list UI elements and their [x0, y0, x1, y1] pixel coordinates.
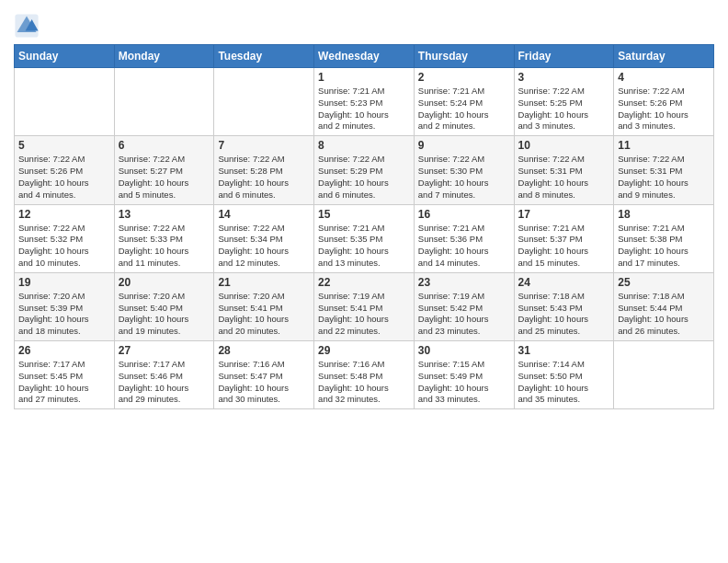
day-cell-11: 11Sunrise: 7:22 AMSunset: 5:31 PMDayligh… [614, 136, 714, 204]
week-row-1: 1Sunrise: 7:21 AMSunset: 5:23 PMDaylight… [15, 68, 714, 136]
logo [14, 13, 42, 39]
day-info: Sunrise: 7:18 AMSunset: 5:43 PMDaylight:… [518, 291, 610, 338]
day-number: 21 [218, 276, 310, 289]
day-cell-3: 3Sunrise: 7:22 AMSunset: 5:25 PMDaylight… [514, 68, 614, 136]
day-number: 11 [618, 139, 710, 152]
day-info: Sunrise: 7:22 AMSunset: 5:27 PMDaylight:… [119, 154, 210, 201]
weekday-header-sunday: Sunday [15, 45, 115, 68]
day-number: 7 [218, 139, 310, 152]
day-info: Sunrise: 7:21 AMSunset: 5:37 PMDaylight:… [518, 223, 610, 270]
day-cell-14: 14Sunrise: 7:22 AMSunset: 5:34 PMDayligh… [214, 204, 314, 272]
day-number: 10 [518, 139, 610, 152]
day-info: Sunrise: 7:17 AMSunset: 5:45 PMDaylight:… [18, 359, 110, 406]
empty-cell [614, 341, 714, 409]
day-info: Sunrise: 7:18 AMSunset: 5:44 PMDaylight:… [618, 291, 710, 338]
day-number: 2 [418, 71, 510, 84]
day-number: 18 [618, 208, 710, 221]
day-cell-7: 7Sunrise: 7:22 AMSunset: 5:28 PMDaylight… [214, 136, 314, 204]
day-number: 15 [318, 208, 410, 221]
day-number: 5 [18, 139, 110, 152]
day-number: 9 [418, 139, 510, 152]
day-number: 6 [119, 139, 210, 152]
day-number: 16 [418, 208, 510, 221]
day-cell-1: 1Sunrise: 7:21 AMSunset: 5:23 PMDaylight… [314, 68, 415, 136]
weekday-header-monday: Monday [114, 45, 214, 68]
day-number: 31 [518, 344, 610, 357]
day-cell-5: 5Sunrise: 7:22 AMSunset: 5:26 PMDaylight… [15, 136, 115, 204]
day-cell-16: 16Sunrise: 7:21 AMSunset: 5:36 PMDayligh… [414, 204, 514, 272]
day-info: Sunrise: 7:14 AMSunset: 5:50 PMDaylight:… [518, 359, 610, 406]
weekday-header-wednesday: Wednesday [314, 45, 415, 68]
day-cell-8: 8Sunrise: 7:22 AMSunset: 5:29 PMDaylight… [314, 136, 415, 204]
day-cell-2: 2Sunrise: 7:21 AMSunset: 5:24 PMDaylight… [414, 68, 514, 136]
day-cell-12: 12Sunrise: 7:22 AMSunset: 5:32 PMDayligh… [15, 204, 115, 272]
day-info: Sunrise: 7:21 AMSunset: 5:38 PMDaylight:… [618, 223, 710, 270]
day-number: 28 [218, 344, 310, 357]
day-info: Sunrise: 7:20 AMSunset: 5:40 PMDaylight:… [119, 291, 210, 338]
day-info: Sunrise: 7:22 AMSunset: 5:25 PMDaylight:… [518, 86, 610, 132]
day-cell-27: 27Sunrise: 7:17 AMSunset: 5:46 PMDayligh… [114, 341, 214, 409]
day-number: 26 [18, 344, 110, 357]
day-number: 3 [518, 71, 610, 84]
day-number: 29 [318, 344, 410, 357]
day-info: Sunrise: 7:22 AMSunset: 5:29 PMDaylight:… [318, 154, 410, 201]
day-number: 24 [518, 276, 610, 289]
day-cell-26: 26Sunrise: 7:17 AMSunset: 5:45 PMDayligh… [15, 341, 115, 409]
empty-cell [114, 68, 214, 136]
day-number: 13 [119, 208, 210, 221]
day-cell-10: 10Sunrise: 7:22 AMSunset: 5:31 PMDayligh… [514, 136, 614, 204]
week-row-2: 5Sunrise: 7:22 AMSunset: 5:26 PMDaylight… [15, 136, 714, 204]
day-info: Sunrise: 7:22 AMSunset: 5:26 PMDaylight:… [18, 154, 110, 201]
day-cell-13: 13Sunrise: 7:22 AMSunset: 5:33 PMDayligh… [114, 204, 214, 272]
header [14, 9, 714, 39]
day-number: 19 [18, 276, 110, 289]
day-number: 12 [18, 208, 110, 221]
day-number: 17 [518, 208, 610, 221]
day-info: Sunrise: 7:20 AMSunset: 5:41 PMDaylight:… [218, 291, 310, 338]
day-info: Sunrise: 7:19 AMSunset: 5:41 PMDaylight:… [318, 291, 410, 338]
day-number: 25 [618, 276, 710, 289]
day-cell-31: 31Sunrise: 7:14 AMSunset: 5:50 PMDayligh… [514, 341, 614, 409]
day-info: Sunrise: 7:22 AMSunset: 5:31 PMDaylight:… [518, 154, 610, 201]
day-cell-28: 28Sunrise: 7:16 AMSunset: 5:47 PMDayligh… [214, 341, 314, 409]
day-cell-29: 29Sunrise: 7:16 AMSunset: 5:48 PMDayligh… [314, 341, 415, 409]
calendar-table: SundayMondayTuesdayWednesdayThursdayFrid… [14, 44, 714, 409]
week-row-3: 12Sunrise: 7:22 AMSunset: 5:32 PMDayligh… [15, 204, 714, 272]
day-info: Sunrise: 7:20 AMSunset: 5:39 PMDaylight:… [18, 291, 110, 338]
day-info: Sunrise: 7:22 AMSunset: 5:31 PMDaylight:… [618, 154, 710, 201]
weekday-header-tuesday: Tuesday [214, 45, 314, 68]
day-cell-19: 19Sunrise: 7:20 AMSunset: 5:39 PMDayligh… [15, 272, 115, 340]
day-info: Sunrise: 7:22 AMSunset: 5:34 PMDaylight:… [218, 223, 310, 270]
day-cell-21: 21Sunrise: 7:20 AMSunset: 5:41 PMDayligh… [214, 272, 314, 340]
weekday-header-friday: Friday [514, 45, 614, 68]
day-info: Sunrise: 7:16 AMSunset: 5:48 PMDaylight:… [318, 359, 410, 406]
day-cell-4: 4Sunrise: 7:22 AMSunset: 5:26 PMDaylight… [614, 68, 714, 136]
day-cell-24: 24Sunrise: 7:18 AMSunset: 5:43 PMDayligh… [514, 272, 614, 340]
day-cell-23: 23Sunrise: 7:19 AMSunset: 5:42 PMDayligh… [414, 272, 514, 340]
day-info: Sunrise: 7:21 AMSunset: 5:35 PMDaylight:… [318, 223, 410, 270]
day-number: 23 [418, 276, 510, 289]
day-cell-22: 22Sunrise: 7:19 AMSunset: 5:41 PMDayligh… [314, 272, 415, 340]
day-number: 1 [318, 71, 410, 84]
day-cell-6: 6Sunrise: 7:22 AMSunset: 5:27 PMDaylight… [114, 136, 214, 204]
day-info: Sunrise: 7:17 AMSunset: 5:46 PMDaylight:… [119, 359, 210, 406]
empty-cell [214, 68, 314, 136]
day-info: Sunrise: 7:15 AMSunset: 5:49 PMDaylight:… [418, 359, 510, 406]
week-row-4: 19Sunrise: 7:20 AMSunset: 5:39 PMDayligh… [15, 272, 714, 340]
day-info: Sunrise: 7:21 AMSunset: 5:36 PMDaylight:… [418, 223, 510, 270]
day-info: Sunrise: 7:22 AMSunset: 5:30 PMDaylight:… [418, 154, 510, 201]
weekday-header-row: SundayMondayTuesdayWednesdayThursdayFrid… [15, 45, 714, 68]
weekday-header-saturday: Saturday [614, 45, 714, 68]
week-row-5: 26Sunrise: 7:17 AMSunset: 5:45 PMDayligh… [15, 341, 714, 409]
day-info: Sunrise: 7:22 AMSunset: 5:28 PMDaylight:… [218, 154, 310, 201]
day-info: Sunrise: 7:21 AMSunset: 5:23 PMDaylight:… [318, 86, 410, 132]
day-info: Sunrise: 7:22 AMSunset: 5:33 PMDaylight:… [119, 223, 210, 270]
day-number: 14 [218, 208, 310, 221]
day-cell-20: 20Sunrise: 7:20 AMSunset: 5:40 PMDayligh… [114, 272, 214, 340]
day-number: 27 [119, 344, 210, 357]
weekday-header-thursday: Thursday [414, 45, 514, 68]
day-number: 30 [418, 344, 510, 357]
day-cell-30: 30Sunrise: 7:15 AMSunset: 5:49 PMDayligh… [414, 341, 514, 409]
day-cell-17: 17Sunrise: 7:21 AMSunset: 5:37 PMDayligh… [514, 204, 614, 272]
page: SundayMondayTuesdayWednesdayThursdayFrid… [0, 0, 728, 563]
